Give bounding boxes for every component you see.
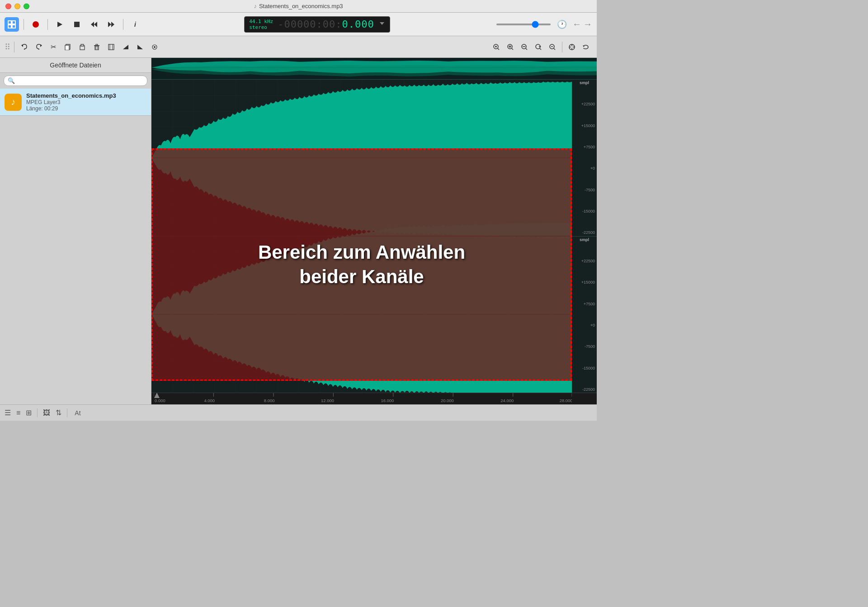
separator	[47, 19, 48, 30]
zoom-selection-button[interactable]	[546, 41, 559, 53]
cut-button[interactable]: ✂	[47, 41, 60, 53]
fade-in-icon	[123, 44, 129, 50]
expand-icon[interactable]	[379, 20, 385, 28]
copy-button[interactable]	[61, 41, 74, 53]
scale-0-1: +0	[572, 166, 597, 171]
svg-text:12.000: 12.000	[321, 398, 334, 403]
svg-line-33	[498, 48, 499, 50]
fade-out-button[interactable]	[134, 41, 146, 53]
zoom-in2-icon	[507, 43, 514, 51]
search-input[interactable]	[17, 77, 143, 84]
volume-slider[interactable]	[496, 24, 551, 25]
zoom-group	[490, 41, 592, 53]
delete-icon	[94, 44, 100, 50]
sidebar-search[interactable]: 🔍	[4, 76, 147, 86]
svg-point-4	[33, 21, 39, 28]
transport-display: 44.1 kHz stereo -00000:00:0.000	[244, 16, 390, 33]
rewind-button[interactable]	[87, 17, 101, 32]
record-button[interactable]	[28, 17, 43, 32]
fast-forward-button[interactable]	[104, 17, 118, 32]
zoom-in-button[interactable]	[490, 41, 503, 53]
scale-smpl-1: smpl	[572, 81, 597, 85]
separator	[24, 19, 24, 30]
sort-icon[interactable]: ⇅	[56, 408, 61, 417]
forward-arrow[interactable]: →	[583, 19, 592, 29]
svg-line-37	[512, 48, 513, 50]
history-button[interactable]: 🕐	[557, 19, 567, 29]
undo-icon	[21, 43, 28, 51]
separator	[562, 42, 562, 52]
main-content: Geöffnete Dateien 🔍 ♪ Statements_on_econ…	[0, 58, 597, 404]
play-button[interactable]	[52, 17, 67, 32]
zoom-in2-button[interactable]	[504, 41, 517, 53]
drag-handle[interactable]: ⠿	[5, 42, 10, 52]
info-button[interactable]: i	[128, 17, 142, 32]
zoom-out-button[interactable]	[518, 41, 531, 53]
paste-icon	[79, 44, 85, 50]
paste-button[interactable]	[76, 41, 89, 53]
zoom-selection-icon	[549, 43, 556, 51]
minimize-button[interactable]	[14, 3, 20, 9]
cursor-tool-button[interactable]	[566, 41, 578, 53]
scale-smpl-2: smpl	[572, 237, 597, 242]
close-button[interactable]	[5, 3, 11, 9]
svg-marker-13	[40, 44, 42, 47]
svg-marker-8	[94, 22, 97, 27]
svg-text:28.000: 28.000	[560, 398, 572, 403]
scale-15000-1: +15000	[572, 123, 597, 128]
separator	[37, 408, 38, 417]
svg-rect-6	[74, 22, 80, 27]
list-view-icon[interactable]: ☰	[5, 408, 11, 417]
scale-m22500-2: -22500	[572, 387, 597, 392]
back-arrow[interactable]: ←	[572, 19, 581, 29]
waveform-area[interactable]: Bereich zum Anwählen beider Kanäle smpl …	[151, 58, 597, 404]
play-icon	[56, 21, 63, 28]
svg-rect-2	[8, 25, 11, 28]
transport-info: 44.1 kHz stereo	[249, 19, 273, 30]
scale-m22500-1: -22500	[572, 230, 597, 235]
view-toggle-button[interactable]	[5, 17, 19, 32]
svg-marker-10	[111, 22, 114, 27]
list-view2-icon[interactable]: ≡	[16, 409, 20, 417]
loop-icon	[582, 43, 590, 51]
at-label: At	[75, 409, 80, 417]
rewind-icon	[90, 21, 98, 28]
waveform-view-icon[interactable]: 🖼	[43, 409, 50, 417]
trim-button[interactable]	[105, 41, 118, 53]
svg-marker-27	[137, 45, 143, 49]
trim-icon	[108, 44, 114, 50]
zoom-fit-icon	[535, 43, 542, 51]
loop-button[interactable]	[580, 41, 592, 53]
zoom-fit-button[interactable]	[532, 41, 545, 53]
title-bar: ♪ Statements_on_economics.mp3	[0, 0, 597, 13]
redo-button[interactable]	[33, 41, 45, 53]
zoom-in-icon	[493, 43, 500, 51]
grid-view-icon[interactable]: ⊞	[26, 408, 32, 417]
scale-0-2: +0	[572, 323, 597, 327]
window-title: ♪ Statements_on_economics.mp3	[254, 3, 343, 9]
stop-button[interactable]	[70, 17, 84, 32]
normalize-button[interactable]	[148, 41, 161, 53]
nav-arrows: ← →	[572, 19, 592, 29]
overview-svg	[151, 58, 597, 79]
svg-text:24.000: 24.000	[500, 398, 514, 403]
waveform-main[interactable]: Bereich zum Anwählen beider Kanäle smpl …	[151, 80, 597, 393]
fade-in-button[interactable]	[119, 41, 132, 53]
view-icon	[8, 20, 16, 28]
svg-text:0.000: 0.000	[155, 398, 165, 403]
svg-text:20.000: 20.000	[441, 398, 454, 403]
svg-rect-19	[95, 46, 99, 50]
svg-marker-26	[123, 45, 128, 49]
undo-button[interactable]	[18, 41, 31, 53]
maximize-button[interactable]	[24, 3, 29, 9]
svg-rect-17	[81, 44, 84, 46]
zoom-out-icon	[521, 43, 528, 51]
file-type: MPEG Layer3	[26, 99, 116, 105]
svg-rect-0	[8, 21, 11, 24]
svg-text:8.000: 8.000	[264, 398, 275, 403]
svg-line-44	[540, 48, 541, 50]
file-item[interactable]: ♪ Statements_on_economics.mp3 MPEG Layer…	[0, 89, 151, 116]
separator	[14, 42, 14, 52]
delete-button[interactable]	[90, 41, 103, 53]
svg-text:16.000: 16.000	[381, 398, 394, 403]
